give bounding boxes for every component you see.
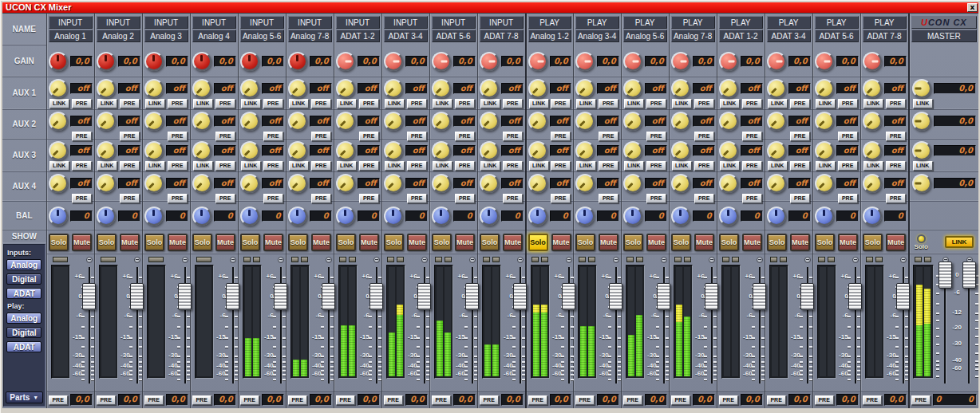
aux2-knob[interactable] bbox=[288, 112, 307, 131]
aux2-knob[interactable] bbox=[384, 112, 403, 131]
aux3-knob[interactable] bbox=[240, 141, 259, 160]
channel-pre-button[interactable]: PRE bbox=[288, 395, 307, 405]
fader-handle[interactable] bbox=[417, 283, 431, 310]
aux3-knob[interactable] bbox=[671, 141, 690, 160]
aux3-pre-button[interactable]: PRE bbox=[694, 161, 714, 171]
aux1-pre-button[interactable]: PRE bbox=[455, 99, 475, 108]
aux3-pre-button[interactable]: PRE bbox=[646, 161, 666, 171]
mute-button[interactable]: Mute bbox=[263, 234, 283, 251]
solo-button[interactable]: Solo bbox=[336, 234, 356, 251]
solo-button[interactable]: Solo bbox=[432, 234, 452, 251]
balance-knob[interactable] bbox=[336, 206, 355, 226]
aux3-pre-button[interactable]: PRE bbox=[838, 161, 858, 171]
fader-handle[interactable] bbox=[896, 283, 910, 310]
gain-knob[interactable] bbox=[719, 52, 738, 71]
play-digital-button[interactable]: Digital bbox=[6, 327, 41, 338]
aux4-knob[interactable] bbox=[384, 174, 403, 193]
aux3-knob[interactable] bbox=[384, 141, 403, 160]
aux3-pre-button[interactable]: PRE bbox=[599, 161, 618, 171]
inputs-adat-button[interactable]: ADAT bbox=[6, 288, 41, 299]
mute-button[interactable]: Mute bbox=[120, 234, 140, 251]
master-aux1-knob[interactable] bbox=[912, 79, 931, 98]
master-aux4-knob[interactable] bbox=[912, 174, 931, 193]
mute-button[interactable]: Mute bbox=[551, 234, 571, 251]
aux1-knob[interactable] bbox=[623, 79, 642, 98]
mute-button[interactable]: Mute bbox=[742, 234, 762, 251]
close-icon[interactable]: x bbox=[967, 3, 978, 12]
play-adat-button[interactable]: ADAT bbox=[6, 341, 41, 352]
aux3-knob[interactable] bbox=[144, 141, 164, 160]
mute-button[interactable]: Mute bbox=[455, 234, 475, 251]
aux1-link-button[interactable]: LINK bbox=[337, 99, 357, 108]
aux3-link-button[interactable]: LINK bbox=[289, 161, 309, 171]
mute-button[interactable]: Mute bbox=[503, 234, 523, 251]
aux4-knob[interactable] bbox=[863, 174, 882, 193]
fader-handle[interactable] bbox=[226, 283, 239, 310]
aux2-knob[interactable] bbox=[528, 112, 547, 131]
aux1-link-button[interactable]: LINK bbox=[480, 99, 500, 108]
aux4-knob[interactable] bbox=[336, 174, 355, 193]
aux1-link-button[interactable]: LINK bbox=[97, 99, 117, 108]
aux2-knob[interactable] bbox=[240, 112, 259, 131]
aux1-knob[interactable] bbox=[863, 79, 882, 98]
gain-knob[interactable] bbox=[97, 52, 116, 71]
aux1-knob[interactable] bbox=[97, 79, 116, 98]
aux2-knob[interactable] bbox=[49, 112, 68, 131]
gain-knob[interactable] bbox=[767, 52, 786, 71]
solo-button[interactable]: Solo bbox=[97, 234, 117, 251]
gain-knob[interactable] bbox=[192, 52, 211, 71]
solo-button[interactable]: Solo bbox=[767, 234, 787, 251]
channel-pre-button[interactable]: PRE bbox=[671, 395, 690, 405]
aux2-knob[interactable] bbox=[671, 112, 690, 131]
aux3-link-button[interactable]: LINK bbox=[480, 161, 500, 171]
balance-knob[interactable] bbox=[528, 206, 547, 226]
aux1-knob[interactable] bbox=[192, 79, 211, 98]
gain-knob[interactable] bbox=[288, 52, 307, 71]
aux1-link-button[interactable]: LINK bbox=[193, 99, 213, 108]
mute-button[interactable]: Mute bbox=[72, 234, 92, 251]
fader-handle[interactable] bbox=[753, 283, 766, 310]
aux2-knob[interactable] bbox=[480, 112, 499, 131]
balance-knob[interactable] bbox=[97, 206, 116, 226]
channel-pre-button[interactable]: PRE bbox=[49, 395, 68, 405]
mute-button[interactable]: Mute bbox=[646, 234, 666, 251]
fader-handle[interactable] bbox=[609, 283, 622, 310]
solo-button[interactable]: Solo bbox=[49, 234, 69, 251]
aux3-pre-button[interactable]: PRE bbox=[215, 161, 235, 171]
fader-handle[interactable] bbox=[178, 283, 192, 310]
aux1-knob[interactable] bbox=[49, 79, 68, 98]
balance-knob[interactable] bbox=[480, 206, 499, 226]
master-aux3-link-button[interactable]: LINK bbox=[913, 161, 933, 171]
aux4-knob[interactable] bbox=[97, 174, 116, 193]
solo-button[interactable]: Solo bbox=[384, 234, 404, 251]
mute-button[interactable]: Mute bbox=[886, 234, 906, 251]
aux1-link-button[interactable]: LINK bbox=[768, 99, 788, 108]
aux3-pre-button[interactable]: PRE bbox=[886, 161, 906, 171]
aux1-pre-button[interactable]: PRE bbox=[407, 99, 427, 108]
channel-pre-button[interactable]: PRE bbox=[719, 395, 738, 405]
aux1-knob[interactable] bbox=[575, 79, 595, 98]
aux3-knob[interactable] bbox=[480, 141, 499, 160]
solo-button[interactable]: Solo bbox=[815, 234, 835, 251]
aux1-knob[interactable] bbox=[815, 79, 834, 98]
balance-knob[interactable] bbox=[432, 206, 451, 226]
aux1-link-button[interactable]: LINK bbox=[816, 99, 836, 108]
aux4-knob[interactable] bbox=[144, 174, 164, 193]
aux1-link-button[interactable]: LINK bbox=[672, 99, 692, 108]
aux1-pre-button[interactable]: PRE bbox=[503, 99, 523, 108]
aux1-knob[interactable] bbox=[336, 79, 355, 98]
aux1-pre-button[interactable]: PRE bbox=[742, 99, 762, 108]
aux1-pre-button[interactable]: PRE bbox=[359, 99, 379, 108]
fader-handle[interactable] bbox=[465, 283, 479, 310]
aux3-pre-button[interactable]: PRE bbox=[742, 161, 762, 171]
aux1-knob[interactable] bbox=[480, 79, 499, 98]
aux1-knob[interactable] bbox=[288, 79, 307, 98]
aux2-knob[interactable] bbox=[336, 112, 355, 131]
aux1-pre-button[interactable]: PRE bbox=[599, 99, 618, 108]
mute-button[interactable]: Mute bbox=[359, 234, 379, 251]
channel-pre-button[interactable]: PRE bbox=[432, 395, 451, 405]
aux1-knob[interactable] bbox=[719, 79, 738, 98]
aux3-link-button[interactable]: LINK bbox=[624, 161, 644, 171]
channel-pre-button[interactable]: PRE bbox=[863, 395, 882, 405]
aux3-pre-button[interactable]: PRE bbox=[407, 161, 427, 171]
